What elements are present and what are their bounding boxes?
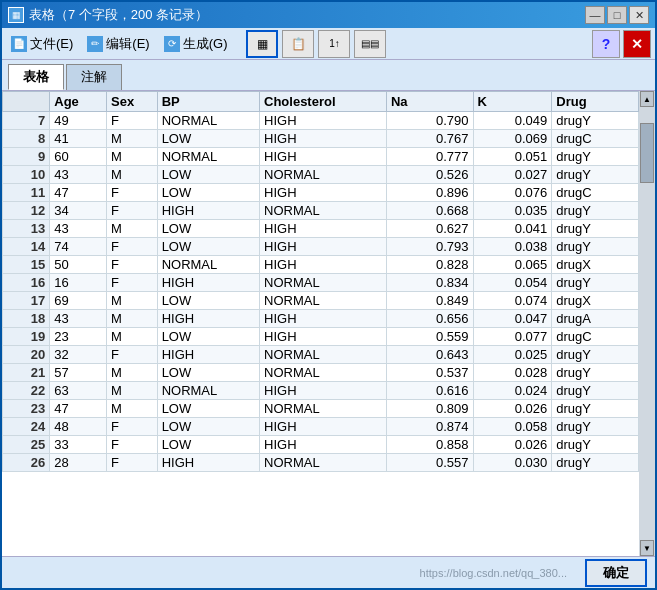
cell-bp: NORMAL bbox=[157, 112, 259, 130]
table-row[interactable]: 21 57 M LOW NORMAL 0.537 0.028 drugY bbox=[3, 364, 639, 382]
cell-cholesterol: NORMAL bbox=[260, 346, 387, 364]
menu-edit[interactable]: ✏ 编辑(E) bbox=[82, 33, 154, 55]
cell-bp: HIGH bbox=[157, 346, 259, 364]
table-row[interactable]: 12 34 F HIGH NORMAL 0.668 0.035 drugY bbox=[3, 202, 639, 220]
col-header-bp: BP bbox=[157, 92, 259, 112]
toolbar-sort-icon[interactable]: 1↑ bbox=[318, 30, 350, 58]
menu-generate-label: 生成(G) bbox=[183, 35, 228, 53]
table-row[interactable]: 13 43 M LOW HIGH 0.627 0.041 drugY bbox=[3, 220, 639, 238]
table-row[interactable]: 19 23 M LOW HIGH 0.559 0.077 drugC bbox=[3, 328, 639, 346]
cell-cholesterol: NORMAL bbox=[260, 400, 387, 418]
cell-k: 0.035 bbox=[473, 202, 552, 220]
help-button[interactable]: ? bbox=[592, 30, 620, 58]
title-bar-left: ▦ 表格（7 个字段，200 条记录） bbox=[8, 6, 208, 24]
cell-bp: HIGH bbox=[157, 202, 259, 220]
main-window: ▦ 表格（7 个字段，200 条记录） — □ ✕ 📄 文件(E) ✏ 编辑(E… bbox=[0, 0, 657, 590]
scrollbar[interactable]: ▲ ▼ bbox=[639, 91, 655, 556]
table-row[interactable]: 10 43 M LOW NORMAL 0.526 0.027 drugY bbox=[3, 166, 639, 184]
col-header-drug: Drug bbox=[552, 92, 639, 112]
toolbar-grid-icon[interactable]: ▤▤ bbox=[354, 30, 386, 58]
table-row[interactable]: 8 41 M LOW HIGH 0.767 0.069 drugC bbox=[3, 130, 639, 148]
toolbar-close-button[interactable]: ✕ bbox=[623, 30, 651, 58]
cell-rownum: 16 bbox=[3, 274, 50, 292]
cell-age: 69 bbox=[50, 292, 107, 310]
cell-rownum: 7 bbox=[3, 112, 50, 130]
table-row[interactable]: 14 74 F LOW HIGH 0.793 0.038 drugY bbox=[3, 238, 639, 256]
cell-k: 0.069 bbox=[473, 130, 552, 148]
cell-na: 0.537 bbox=[386, 364, 473, 382]
cell-rownum: 21 bbox=[3, 364, 50, 382]
cell-cholesterol: HIGH bbox=[260, 418, 387, 436]
table-body: 7 49 F NORMAL HIGH 0.790 0.049 drugY 8 4… bbox=[3, 112, 639, 472]
tab-annotation[interactable]: 注解 bbox=[66, 64, 122, 90]
menu-generate[interactable]: ⟳ 生成(G) bbox=[159, 33, 233, 55]
tab-table[interactable]: 表格 bbox=[8, 64, 64, 90]
cell-na: 0.793 bbox=[386, 238, 473, 256]
cell-rownum: 23 bbox=[3, 400, 50, 418]
cell-age: 43 bbox=[50, 310, 107, 328]
tab-bar: 表格 注解 bbox=[2, 60, 655, 91]
cell-rownum: 24 bbox=[3, 418, 50, 436]
table-row[interactable]: 7 49 F NORMAL HIGH 0.790 0.049 drugY bbox=[3, 112, 639, 130]
cell-rownum: 15 bbox=[3, 256, 50, 274]
cell-bp: LOW bbox=[157, 292, 259, 310]
cell-rownum: 17 bbox=[3, 292, 50, 310]
col-header-na: Na bbox=[386, 92, 473, 112]
cell-na: 0.627 bbox=[386, 220, 473, 238]
cell-age: 48 bbox=[50, 418, 107, 436]
cell-rownum: 12 bbox=[3, 202, 50, 220]
cell-drug: drugY bbox=[552, 418, 639, 436]
cell-bp: LOW bbox=[157, 328, 259, 346]
cell-k: 0.076 bbox=[473, 184, 552, 202]
scroll-down-arrow[interactable]: ▼ bbox=[640, 540, 654, 556]
cell-na: 0.849 bbox=[386, 292, 473, 310]
table-row[interactable]: 15 50 F NORMAL HIGH 0.828 0.065 drugX bbox=[3, 256, 639, 274]
table-row[interactable]: 23 47 M LOW NORMAL 0.809 0.026 drugY bbox=[3, 400, 639, 418]
table-row[interactable]: 26 28 F HIGH NORMAL 0.557 0.030 drugY bbox=[3, 454, 639, 472]
cell-age: 43 bbox=[50, 166, 107, 184]
cell-bp: LOW bbox=[157, 436, 259, 454]
cell-rownum: 10 bbox=[3, 166, 50, 184]
table-row[interactable]: 24 48 F LOW HIGH 0.874 0.058 drugY bbox=[3, 418, 639, 436]
cell-na: 0.777 bbox=[386, 148, 473, 166]
cell-na: 0.643 bbox=[386, 346, 473, 364]
toolbar-table-icon[interactable]: ▦ bbox=[246, 30, 278, 58]
table-row[interactable]: 9 60 M NORMAL HIGH 0.777 0.051 drugY bbox=[3, 148, 639, 166]
minimize-button[interactable]: — bbox=[585, 6, 605, 24]
cell-k: 0.058 bbox=[473, 418, 552, 436]
cell-rownum: 20 bbox=[3, 346, 50, 364]
watermark: https://blog.csdn.net/qq_380... bbox=[10, 567, 577, 579]
table-row[interactable]: 20 32 F HIGH NORMAL 0.643 0.025 drugY bbox=[3, 346, 639, 364]
close-button[interactable]: ✕ bbox=[629, 6, 649, 24]
cell-drug: drugY bbox=[552, 112, 639, 130]
table-row[interactable]: 22 63 M NORMAL HIGH 0.616 0.024 drugY bbox=[3, 382, 639, 400]
toolbar-copy-icon[interactable]: 📋 bbox=[282, 30, 314, 58]
table-scroll[interactable]: Age Sex BP Cholesterol Na K Drug 7 49 F … bbox=[2, 91, 639, 556]
cell-bp: LOW bbox=[157, 220, 259, 238]
table-row[interactable]: 18 43 M HIGH HIGH 0.656 0.047 drugA bbox=[3, 310, 639, 328]
menu-file[interactable]: 📄 文件(E) bbox=[6, 33, 78, 55]
cell-cholesterol: HIGH bbox=[260, 238, 387, 256]
cell-drug: drugC bbox=[552, 184, 639, 202]
cell-k: 0.065 bbox=[473, 256, 552, 274]
ok-button[interactable]: 确定 bbox=[585, 559, 647, 587]
cell-na: 0.656 bbox=[386, 310, 473, 328]
maximize-button[interactable]: □ bbox=[607, 6, 627, 24]
scroll-up-arrow[interactable]: ▲ bbox=[640, 91, 654, 107]
cell-sex: M bbox=[106, 130, 157, 148]
cell-drug: drugC bbox=[552, 328, 639, 346]
cell-rownum: 8 bbox=[3, 130, 50, 148]
table-row[interactable]: 11 47 F LOW HIGH 0.896 0.076 drugC bbox=[3, 184, 639, 202]
scroll-thumb[interactable] bbox=[640, 123, 654, 183]
cell-bp: LOW bbox=[157, 130, 259, 148]
cell-sex: M bbox=[106, 310, 157, 328]
table-row[interactable]: 16 16 F HIGH NORMAL 0.834 0.054 drugY bbox=[3, 274, 639, 292]
content-area: Age Sex BP Cholesterol Na K Drug 7 49 F … bbox=[2, 91, 655, 556]
bottom-bar: https://blog.csdn.net/qq_380... 确定 bbox=[2, 556, 655, 588]
table-row[interactable]: 17 69 M LOW NORMAL 0.849 0.074 drugX bbox=[3, 292, 639, 310]
cell-drug: drugA bbox=[552, 310, 639, 328]
menu-bar: 📄 文件(E) ✏ 编辑(E) ⟳ 生成(G) ▦ 📋 1↑ ▤▤ ? ✕ bbox=[2, 28, 655, 60]
title-bar: ▦ 表格（7 个字段，200 条记录） — □ ✕ bbox=[2, 2, 655, 28]
cell-bp: LOW bbox=[157, 166, 259, 184]
table-row[interactable]: 25 33 F LOW HIGH 0.858 0.026 drugY bbox=[3, 436, 639, 454]
